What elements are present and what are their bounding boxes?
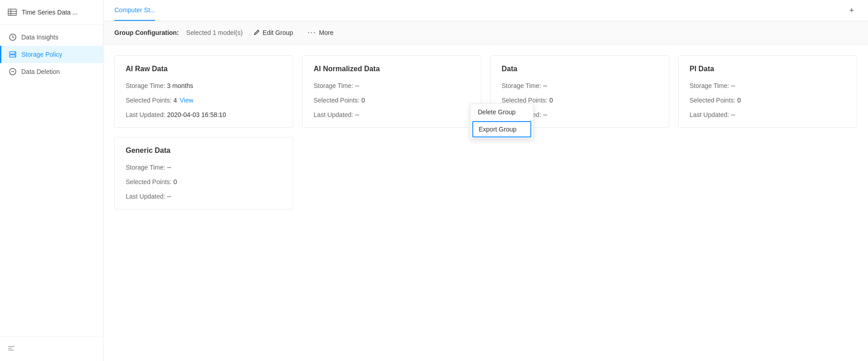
deletion-icon (9, 68, 17, 76)
storage-icon (9, 50, 17, 59)
delete-group-item[interactable]: Delete Group (471, 104, 533, 120)
sidebar-item-data-deletion[interactable]: Data Deletion (0, 63, 103, 80)
card-title: AI Raw Data (126, 65, 282, 73)
sidebar-item-label: Storage Policy (21, 51, 62, 58)
card-last-updated: Last Updated: 2020-04-03 16:58:10 (126, 111, 282, 118)
card-storage-time: Storage Time: -- (126, 164, 282, 171)
main-content: Computer St... + Group Configuration: Se… (103, 0, 868, 361)
card-storage-time: Storage Time: -- (502, 82, 658, 89)
sidebar-footer (0, 337, 103, 361)
card-ai-raw-data: AI Raw Data Storage Time: 3 months Selec… (114, 55, 293, 128)
sidebar-header: Time Series Data ... (0, 0, 103, 25)
svg-point-7 (15, 53, 15, 54)
card-selected-points: Selected Points: 0 (126, 178, 282, 185)
add-tab-button[interactable]: + (846, 5, 857, 16)
dropdown-menu: Delete Group Export Group (470, 103, 534, 139)
view-link[interactable]: View (180, 97, 193, 104)
sidebar-item-storage-policy[interactable]: Storage Policy (0, 46, 103, 63)
card-selected-points: Selected Points: 0 (502, 97, 658, 104)
card-ai-normalized-data: AI Normalized Data Storage Time: -- Sele… (302, 55, 481, 128)
card-title: AI Normalized Data (314, 65, 470, 73)
tab-bar: Computer St... + (103, 0, 868, 21)
sidebar-nav: Data Insights Storage Policy (0, 25, 103, 337)
card-title: Generic Data (126, 146, 282, 155)
card-selected-points: Selected Points: 0 (314, 97, 470, 104)
svg-point-8 (15, 56, 15, 57)
card-generic-data: Generic Data Storage Time: -- Selected P… (114, 137, 293, 210)
card-last-updated: Last Updated: -- (314, 111, 470, 118)
sidebar-item-label: Data Deletion (21, 68, 60, 75)
sidebar-title: Time Series Data ... (22, 9, 78, 16)
ellipsis-icon: ··· (308, 29, 316, 37)
svg-rect-0 (8, 9, 16, 15)
table-icon (7, 7, 17, 17)
card-storage-time: Storage Time: 3 months (126, 82, 282, 89)
card-selected-points: Selected Points: 4 View (126, 97, 282, 104)
card-storage-time: Storage Time: -- (314, 82, 470, 89)
cards-row-2: Generic Data Storage Time: -- Selected P… (114, 137, 857, 210)
more-button[interactable]: ··· More (304, 27, 337, 39)
card-last-updated: Last Updated: -- (690, 111, 846, 118)
card-pi-data: PI Data Storage Time: -- Selected Points… (678, 55, 857, 128)
toolbar: Group Configuration: Selected 1 model(s)… (103, 21, 868, 44)
tab-computer-st[interactable]: Computer St... (114, 0, 155, 21)
group-config-label: Group Configuration: (114, 29, 179, 36)
card-storage-time: Storage Time: -- (690, 82, 846, 89)
card-title: Data (502, 65, 658, 73)
content-area: AI Raw Data Storage Time: 3 months Selec… (103, 44, 868, 361)
sidebar: Time Series Data ... Data Insights (0, 0, 103, 361)
sidebar-item-data-insights[interactable]: Data Insights (0, 29, 103, 46)
sidebar-item-label: Data Insights (21, 34, 59, 41)
edit-group-button[interactable]: Edit Group (250, 27, 297, 39)
card-selected-points: Selected Points: 0 (690, 97, 846, 104)
selected-models: Selected 1 model(s) (186, 29, 243, 36)
card-title: PI Data (690, 65, 846, 73)
menu-icon (7, 346, 15, 354)
card-last-updated: Last Updated: -- (126, 193, 282, 200)
insights-icon (9, 33, 17, 41)
export-group-item[interactable]: Export Group (472, 121, 531, 137)
edit-icon (254, 29, 260, 37)
